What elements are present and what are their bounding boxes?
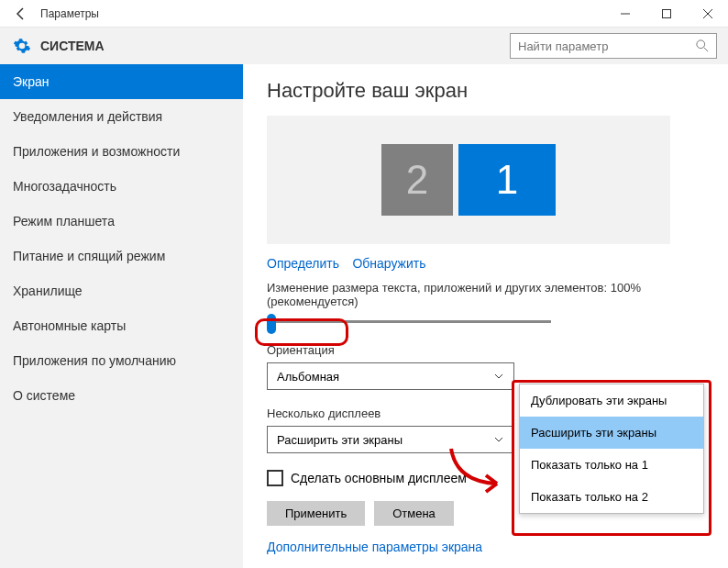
dropdown-option[interactable]: Показать только на 2 [520,481,703,513]
apply-button[interactable]: Применить [267,501,365,526]
scale-slider[interactable] [267,314,551,330]
slider-thumb[interactable] [267,314,276,334]
dropdown-option[interactable]: Показать только на 1 [520,449,703,481]
close-icon [703,9,712,18]
dropdown-option[interactable]: Дублировать эти экраны [520,384,703,417]
search-box[interactable] [510,33,717,59]
sidebar-item[interactable]: Приложения по умолчанию [0,343,243,378]
sidebar-item[interactable]: Режим планшета [0,204,243,239]
sidebar-item[interactable]: Приложения и возможности [0,134,243,169]
orientation-value: Альбомная [277,370,339,384]
monitor-1[interactable]: 1 [458,144,556,216]
minimize-icon [621,9,630,18]
make-primary-label: Сделать основным дисплеем [291,471,467,485]
sidebar-item[interactable]: Хранилище [0,273,243,308]
sidebar-item[interactable]: Уведомления и действия [0,99,243,134]
chevron-down-icon [493,434,504,445]
slider-track [267,320,551,323]
orientation-label: Ориентация [267,343,704,357]
detect-link[interactable]: Обнаружить [352,256,425,271]
advanced-settings-link[interactable]: Дополнительные параметры экрана [267,540,482,554]
sidebar-item[interactable]: О системе [0,378,243,413]
multi-display-select[interactable]: Расширить эти экраны [267,426,514,453]
multi-display-value: Расширить эти экраны [277,433,403,447]
cancel-button[interactable]: Отмена [374,501,454,526]
section-title: СИСТЕМА [40,39,105,53]
close-button[interactable] [687,0,728,28]
orientation-select[interactable]: Альбомная [267,362,514,390]
minimize-button[interactable] [604,0,645,28]
sidebar-item[interactable]: Питание и спящий режим [0,239,243,273]
gear-icon [13,37,31,55]
page-title: Настройте ваш экран [267,79,704,103]
svg-point-1 [697,40,705,49]
identify-link[interactable]: Определить [267,256,339,271]
sidebar-item[interactable]: Автономные карты [0,308,243,343]
search-icon [696,39,709,52]
display-preview: 2 1 [267,116,670,244]
maximize-icon [662,9,671,18]
dropdown-option[interactable]: Расширить эти экраны [520,417,703,449]
window-title: Параметры [40,7,99,20]
arrow-left-icon [14,6,28,21]
svg-rect-0 [662,9,670,17]
monitor-2[interactable]: 2 [381,144,453,216]
make-primary-checkbox[interactable] [267,470,283,486]
maximize-button[interactable] [645,0,687,28]
main-content: Настройте ваш экран 2 1 Определить Обнар… [243,64,728,568]
search-input[interactable] [518,39,696,53]
scale-label: Изменение размера текста, приложений и д… [267,281,704,308]
sidebar: ЭкранУведомления и действияПриложения и … [0,64,243,568]
sidebar-item[interactable]: Многозадачность [0,169,243,204]
multi-display-dropdown: Дублировать эти экраныРасширить эти экра… [519,384,704,514]
back-button[interactable] [11,4,31,24]
sidebar-item[interactable]: Экран [0,64,243,99]
chevron-down-icon [493,371,504,382]
